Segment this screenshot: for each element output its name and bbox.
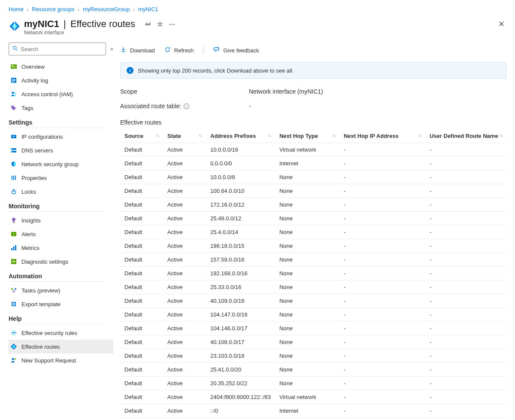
sort-icon[interactable]: ↑↓	[268, 133, 271, 138]
svg-rect-20	[13, 176, 14, 180]
sort-icon[interactable]: ↑↓	[332, 133, 335, 138]
col-header-next-hop-ip[interactable]: Next Hop IP Address↑↓	[339, 129, 425, 143]
associated-route-table-label: Associated route table: i	[120, 103, 249, 110]
table-row[interactable]: DefaultActive100.64.0.0/10None--	[120, 184, 506, 198]
cell-udr_name: -	[425, 253, 506, 267]
sidebar-item-nsg[interactable]: Network security group	[9, 157, 113, 171]
table-row[interactable]: DefaultActive10.0.0.0/8None--	[120, 170, 506, 184]
table-row[interactable]: DefaultActive10.0.0.0/16Virtual network-…	[120, 143, 506, 157]
sort-icon[interactable]: ↑↓	[156, 133, 159, 138]
sidebar-item-new-support[interactable]: New Support Request	[9, 353, 113, 367]
sidebar-item-activity-log[interactable]: Activity log	[9, 73, 113, 87]
more-menu-icon[interactable]: ⋯	[169, 20, 175, 28]
table-row[interactable]: DefaultActive40.109.0.0/16None--	[120, 294, 506, 308]
sidebar-item-label: Properties	[21, 175, 47, 181]
table-row[interactable]: DefaultActive172.16.0.0/12None--	[120, 198, 506, 212]
sidebar-item-tasks[interactable]: Tasks (preview)	[9, 283, 113, 297]
sort-icon[interactable]: ↑↓	[499, 133, 502, 138]
search-input-wrapper[interactable]	[9, 43, 106, 55]
col-header-udr-name[interactable]: User Defined Route Name↑↓	[425, 129, 506, 143]
sidebar-item-overview[interactable]: Overview	[9, 60, 113, 73]
sidebar-item-properties[interactable]: Properties	[9, 171, 113, 185]
table-row[interactable]: DefaultActive198.18.0.0/15None--	[120, 239, 506, 253]
table-row[interactable]: DefaultActive25.48.0.0/12None--	[120, 212, 506, 225]
table-row[interactable]: DefaultActive25.41.0.0/20None--	[120, 363, 506, 377]
cell-prefix: 23.103.0.0/18	[206, 349, 275, 363]
sort-icon[interactable]: ↑↓	[418, 133, 421, 138]
cell-hop_ip: -	[339, 404, 425, 418]
sidebar-item-tags[interactable]: Tags	[9, 101, 113, 115]
cell-hop_type: Internet	[275, 157, 339, 170]
table-row[interactable]: DefaultActive104.146.0.0/17None--	[120, 322, 506, 335]
info-tooltip-icon[interactable]: i	[184, 103, 189, 109]
svg-rect-4	[12, 65, 13, 66]
table-row[interactable]: DefaultActive0.0.0.0/0Internet--	[120, 157, 506, 170]
sidebar-item-locks[interactable]: Locks	[9, 185, 113, 198]
pin-icon[interactable]	[145, 20, 151, 28]
sidebar-item-label: Alerts	[21, 231, 36, 237]
table-row[interactable]: DefaultActive157.59.0.0/16None--	[120, 253, 506, 267]
sidebar-item-label: IP configurations	[21, 134, 63, 140]
cell-hop_ip: -	[339, 157, 425, 170]
sidebar-item-metrics[interactable]: Metrics	[9, 241, 113, 255]
breadcrumb-link[interactable]: Home	[9, 6, 24, 12]
cell-udr_name: -	[425, 308, 506, 322]
sidebar-item-access-control[interactable]: Access control (IAM)	[9, 87, 113, 101]
sidebar-item-effective-routes[interactable]: Effective routes	[9, 340, 113, 353]
cell-hop_type: None	[275, 294, 339, 308]
cell-source: Default	[120, 280, 163, 294]
table-row[interactable]: DefaultActive40.108.0.0/17None--	[120, 335, 506, 349]
table-row[interactable]: DefaultActive::/0Internet--	[120, 404, 506, 418]
table-row[interactable]: DefaultActive192.168.0.0/16None--	[120, 267, 506, 280]
info-icon: i	[127, 67, 133, 74]
table-row[interactable]: DefaultActive20.35.252.0/22None--	[120, 377, 506, 390]
svg-rect-28	[15, 245, 16, 250]
sidebar-item-dns-servers[interactable]: DNS servers	[9, 143, 113, 157]
sidebar-item-export-template[interactable]: Export template	[9, 297, 113, 311]
cell-state: Active	[163, 322, 206, 335]
favorite-star-icon[interactable]: ☆	[157, 20, 163, 28]
breadcrumb-link[interactable]: myResourceGroup	[83, 6, 130, 12]
download-button[interactable]: Download	[120, 46, 155, 54]
sort-icon[interactable]: ↑↓	[199, 133, 202, 138]
locks-icon	[10, 188, 17, 195]
sidebar-item-label: Activity log	[21, 77, 48, 84]
table-row[interactable]: DefaultActive23.103.0.0/18None--	[120, 349, 506, 363]
cell-hop_ip: -	[339, 170, 425, 184]
sidebar-item-effective-security-rules[interactable]: Effective security rules	[9, 326, 113, 340]
col-header-address-prefixes[interactable]: Address Prefixes↑↓	[206, 129, 275, 143]
cell-prefix: 100.64.0.0/10	[206, 184, 275, 198]
refresh-label: Refresh	[174, 47, 194, 54]
col-header-next-hop-type[interactable]: Next Hop Type↑↓	[275, 129, 339, 143]
cell-source: Default	[120, 170, 163, 184]
svg-point-1	[13, 46, 16, 49]
svg-rect-5	[12, 67, 16, 67]
cell-source: Default	[120, 390, 163, 404]
effective-security-rules-icon	[10, 329, 17, 336]
sidebar-item-alerts[interactable]: !Alerts	[9, 227, 113, 241]
refresh-button[interactable]: Refresh	[164, 46, 194, 54]
breadcrumb-link[interactable]: Resource groups	[32, 6, 74, 12]
close-icon[interactable]: ✕	[498, 19, 505, 29]
sidebar-item-label: Tasks (preview)	[21, 287, 60, 294]
table-row[interactable]: DefaultActive104.147.0.0/16None--	[120, 308, 506, 322]
feedback-icon	[213, 46, 220, 55]
chevron-right-icon: ›	[78, 7, 79, 12]
cell-state: Active	[163, 184, 206, 198]
col-header-source[interactable]: Source↑↓	[120, 129, 163, 143]
table-row[interactable]: DefaultActive2404:f800:8000:122::/63Virt…	[120, 390, 506, 404]
cell-prefix: 104.146.0.0/17	[206, 322, 275, 335]
tags-icon	[10, 104, 17, 111]
feedback-button[interactable]: Give feedback	[213, 46, 259, 55]
sidebar-item-insights[interactable]: Insights	[9, 213, 113, 227]
search-input[interactable]	[21, 46, 102, 52]
sidebar-item-ip-configurations[interactable]: IPIP configurations	[9, 130, 113, 143]
breadcrumb-link[interactable]: myNIC1	[138, 6, 158, 12]
table-row[interactable]: DefaultActive25.33.0.0/16None--	[120, 280, 506, 294]
sidebar-item-diagnostic[interactable]: Diagnostic settings	[9, 255, 113, 268]
overview-icon	[10, 63, 17, 70]
col-header-state[interactable]: State↑↓	[163, 129, 206, 143]
cell-source: Default	[120, 308, 163, 322]
table-row[interactable]: DefaultActive25.4.0.0/14None--	[120, 225, 506, 239]
collapse-sidebar-icon[interactable]: «	[110, 46, 113, 52]
